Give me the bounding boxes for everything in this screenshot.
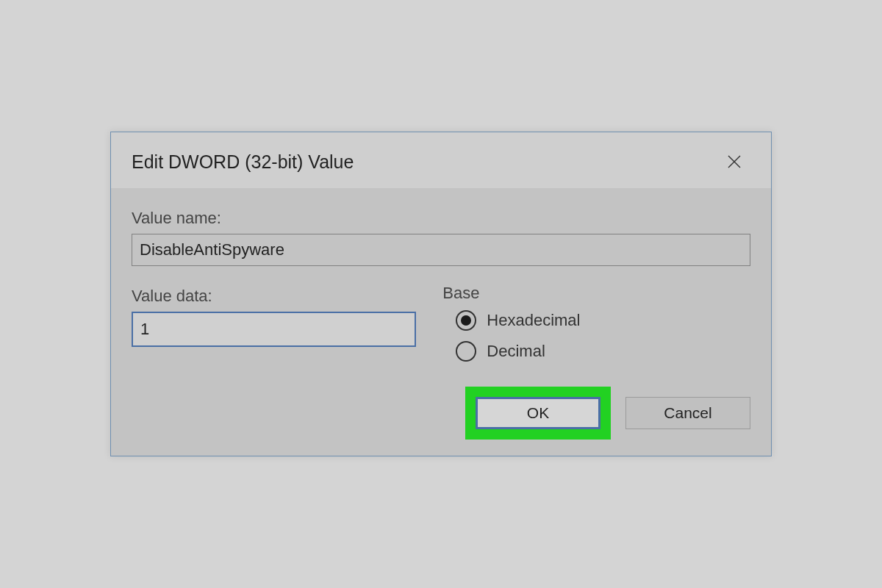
cancel-button[interactable]: Cancel — [625, 397, 750, 429]
close-icon — [725, 153, 743, 171]
dialog-title: Edit DWORD (32-bit) Value — [132, 151, 354, 173]
lower-row: Value data: Base Hexadecimal — [132, 287, 750, 372]
value-data-label: Value data: — [132, 287, 416, 306]
dialog-button-row: OK Cancel — [111, 381, 771, 456]
value-name-label: Value name: — [132, 209, 750, 228]
value-data-input[interactable] — [132, 312, 416, 347]
radio-decimal-label: Decimal — [487, 342, 545, 361]
ok-highlight: OK — [465, 387, 611, 440]
ok-button[interactable]: OK — [476, 397, 600, 429]
dialog-titlebar: Edit DWORD (32-bit) Value — [111, 132, 771, 188]
radio-icon — [456, 341, 476, 362]
value-name-input[interactable] — [132, 234, 750, 266]
radio-dot-icon — [461, 315, 471, 326]
base-groupbox: Base Hexadecimal Decimal — [442, 284, 750, 362]
radio-hexadecimal[interactable]: Hexadecimal — [442, 310, 750, 331]
radio-hexadecimal-label: Hexadecimal — [487, 311, 580, 330]
close-button[interactable] — [718, 146, 750, 178]
radio-icon — [456, 310, 476, 331]
dialog-content: Value name: Value data: Base Hexadecima — [111, 188, 771, 381]
value-data-section: Value data: — [132, 287, 416, 372]
base-label: Base — [442, 284, 750, 303]
radio-decimal[interactable]: Decimal — [442, 341, 750, 362]
base-section: Base Hexadecimal Decimal — [442, 282, 750, 372]
edit-dword-dialog: Edit DWORD (32-bit) Value Value name: Va… — [110, 132, 772, 456]
